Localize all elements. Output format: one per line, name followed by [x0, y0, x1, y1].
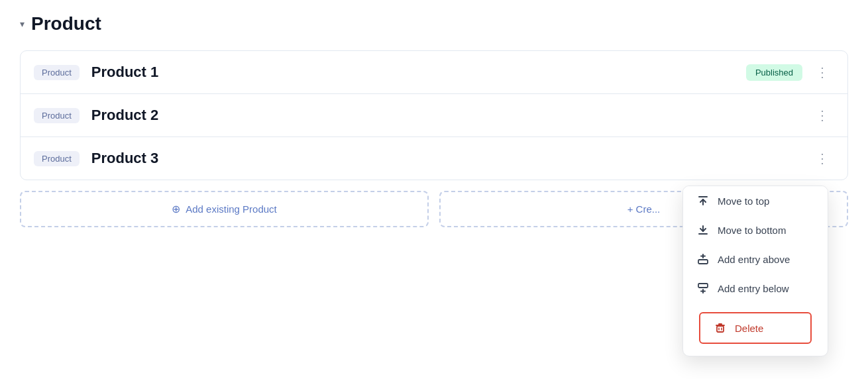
- row-menu-btn-2[interactable]: ⋮: [810, 106, 834, 125]
- list-row: Product Product 3 ⋮: [21, 137, 847, 180]
- type-badge-3: Product: [34, 151, 80, 166]
- type-badge-2: Product: [34, 108, 80, 123]
- row-actions-2: ⋮: [810, 106, 834, 125]
- menu-label-move-bottom: Move to bottom: [718, 225, 786, 236]
- collapse-chevron[interactable]: ▾: [20, 19, 25, 29]
- row-menu-btn-3[interactable]: ⋮: [810, 149, 834, 168]
- add-existing-button[interactable]: ⊕ Add existing Product: [20, 191, 429, 227]
- move-bottom-icon: [696, 224, 710, 236]
- row-title-2: Product 2: [91, 107, 810, 124]
- move-top-icon: [696, 195, 710, 207]
- row-title-1: Product 1: [91, 64, 746, 81]
- status-badge-1: Published: [746, 64, 802, 81]
- context-menu: Move to top Move to bottom Add entry abo…: [682, 186, 828, 241]
- add-existing-label: Add existing Product: [186, 203, 277, 215]
- row-title-3: Product 3: [91, 150, 810, 167]
- product-list: Product Product 1 Published ⋮ Product Pr…: [20, 50, 848, 180]
- menu-item-move-bottom[interactable]: Move to bottom: [683, 215, 828, 241]
- row-actions-3: ⋮: [810, 149, 834, 168]
- row-actions-1: ⋮: [810, 63, 834, 81]
- list-row: Product Product 1 Published ⋮: [21, 51, 847, 94]
- list-row: Product Product 2 ⋮: [21, 94, 847, 137]
- create-label: + Cre...: [627, 203, 661, 215]
- page-title: Product: [31, 13, 101, 34]
- type-badge-1: Product: [34, 65, 80, 80]
- page-header: ▾ Product: [20, 13, 848, 34]
- link-icon: ⊕: [172, 203, 180, 215]
- menu-item-move-top[interactable]: Move to top: [683, 186, 828, 215]
- menu-label-move-top: Move to top: [718, 195, 769, 207]
- row-menu-btn-1[interactable]: ⋮: [810, 63, 834, 81]
